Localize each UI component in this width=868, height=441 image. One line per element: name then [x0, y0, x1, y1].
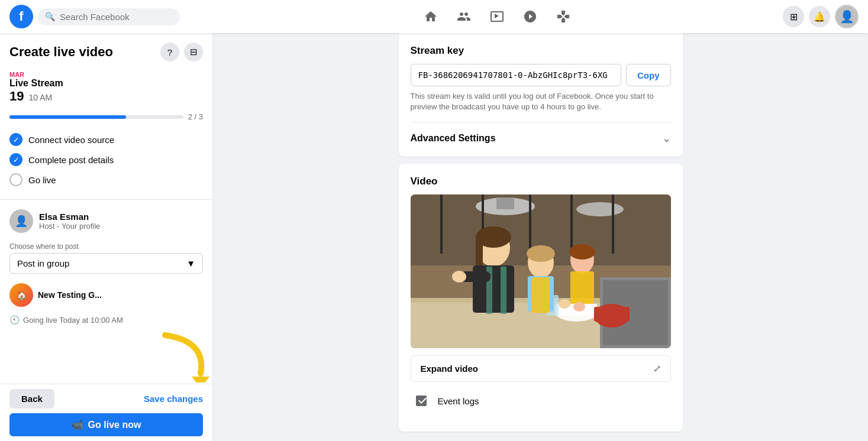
stream-key-row: Copy	[411, 64, 671, 86]
group-row: 🏠 New Testing G...	[0, 278, 212, 312]
grid-button[interactable]: ⊞	[783, 6, 804, 27]
progress-bar	[9, 115, 183, 119]
facebook-logo[interactable]: f	[9, 5, 33, 28]
host-name: Elsa Esman	[39, 212, 100, 222]
stream-key-card: Stream key Copy This stream key is valid…	[399, 33, 683, 157]
where-post-select[interactable]: Post in group ▼	[9, 253, 203, 274]
event-logs-row[interactable]: Event logs	[411, 382, 671, 420]
progress-label: 2 / 3	[188, 112, 203, 121]
host-info: Elsa Esman Host - Your profile	[39, 212, 100, 231]
video-card: Video	[399, 164, 683, 432]
advanced-settings-label: Advanced Settings	[411, 133, 496, 144]
stream-key-section: Stream key Copy This stream key is valid…	[411, 45, 671, 112]
step2-label: Complete post details	[28, 155, 114, 165]
video-label: Video	[411, 176, 671, 187]
where-post-section: Choose where to post Post in group ▼	[0, 238, 212, 278]
svg-rect-6	[440, 194, 443, 254]
divider1	[0, 199, 212, 200]
live-stream-label: Live Stream	[9, 78, 63, 89]
expand-video-row[interactable]: Expand video ⤢	[411, 355, 671, 382]
step2-check: ✓	[9, 153, 22, 166]
date-time-row: 19 10 AM	[9, 89, 203, 104]
go-live-button[interactable]: 📹 Go live now	[9, 413, 203, 436]
search-icon: 🔍	[45, 12, 55, 21]
svg-rect-18	[594, 307, 630, 322]
svg-point-5	[576, 202, 624, 216]
expand-label: Expand video	[421, 364, 479, 374]
advanced-settings-row[interactable]: Advanced Settings ⌄	[411, 122, 671, 145]
search-input[interactable]	[60, 12, 173, 22]
svg-rect-34	[570, 271, 594, 304]
bottom-row1: Back Save changes	[9, 389, 203, 408]
sidebar-bottom: Back Save changes 📹 Go live now	[0, 384, 212, 441]
svg-rect-9	[570, 194, 573, 254]
home-nav-icon[interactable]	[417, 2, 445, 31]
host-section: 👤 Elsa Esman Host - Your profile	[0, 205, 212, 238]
host-avatar: 👤	[9, 209, 33, 233]
svg-rect-8	[529, 194, 531, 254]
right-content: Stream key Copy This stream key is valid…	[213, 33, 868, 441]
marketplace-nav-icon[interactable]	[516, 2, 544, 31]
svg-point-35	[559, 299, 570, 309]
group-name: New Testing G...	[38, 290, 102, 300]
go-live-label: Go live now	[88, 420, 141, 430]
group-avatar: 🏠	[9, 283, 33, 307]
step1-label: Connect video source	[28, 135, 114, 145]
date-day: 19	[9, 89, 24, 104]
search-bar[interactable]: 🔍	[38, 8, 180, 25]
notification-button[interactable]: 🔔	[809, 6, 830, 27]
clock-icon: 🕙	[9, 315, 20, 325]
host-role: Host - Your profile	[39, 222, 100, 231]
watch-nav-icon[interactable]	[483, 2, 511, 31]
go-live-camera-icon: 📹	[72, 419, 83, 430]
step-connect-video: ✓ Connect video source	[9, 129, 203, 150]
steps-section: ✓ Connect video source ✓ Complete post d…	[0, 127, 212, 194]
kitchen-scene-svg	[411, 194, 671, 348]
date-row: Live Stream	[9, 78, 203, 89]
event-logs-label: Event logs	[438, 396, 479, 406]
stream-key-input[interactable]	[411, 64, 622, 86]
svg-rect-4	[496, 197, 514, 209]
friends-nav-icon[interactable]	[450, 2, 478, 31]
svg-point-36	[573, 302, 585, 312]
svg-rect-25	[501, 267, 506, 314]
topnav-left: f 🔍	[9, 5, 211, 28]
sidebar-header: Create live video ? ⊟	[0, 33, 212, 66]
layout-button[interactable]: ⊟	[184, 43, 203, 61]
step1-check: ✓	[9, 133, 22, 146]
where-post-value: Post in group	[17, 258, 69, 268]
save-changes-button[interactable]: Save changes	[144, 394, 203, 404]
group-info: New Testing G...	[38, 290, 102, 300]
help-button[interactable]: ?	[160, 43, 179, 61]
topnav: f 🔍	[0, 0, 868, 33]
progress-section: 2 / 3	[0, 106, 212, 127]
date-month: MAR	[9, 71, 203, 78]
svg-rect-31	[532, 277, 550, 313]
svg-point-33	[569, 244, 595, 260]
svg-rect-22	[476, 237, 483, 267]
stream-key-label: Stream key	[411, 45, 671, 57]
stream-key-note: This stream key is valid until you log o…	[411, 91, 671, 112]
step3-label: Go live	[28, 175, 56, 185]
topnav-right: ⊞ 🔔 👤	[783, 5, 859, 28]
svg-point-27	[452, 271, 466, 283]
video-preview	[411, 194, 671, 348]
gaming-nav-icon[interactable]	[549, 2, 577, 31]
progress-bar-fill	[9, 115, 126, 119]
copy-button[interactable]: Copy	[626, 64, 671, 86]
sidebar-header-icons: ? ⊟	[160, 43, 203, 61]
svg-rect-10	[612, 194, 614, 254]
step3-check	[9, 173, 22, 186]
step-complete-post: ✓ Complete post details	[9, 150, 203, 170]
sidebar: Create live video ? ⊟ MAR Live Stream 19…	[0, 33, 213, 441]
where-post-label: Choose where to post	[9, 242, 203, 251]
profile-avatar[interactable]: 👤	[835, 5, 859, 28]
page-title: Create live video	[9, 44, 113, 60]
expand-icon: ⤢	[653, 363, 661, 374]
back-button[interactable]: Back	[9, 389, 54, 408]
topnav-center	[211, 2, 783, 31]
chevron-down-icon: ⌄	[662, 132, 671, 145]
svg-point-29	[527, 245, 555, 262]
step-go-live: Go live	[9, 170, 203, 190]
going-live-row: 🕙 Going live Today at 10:00 AM	[0, 312, 212, 329]
